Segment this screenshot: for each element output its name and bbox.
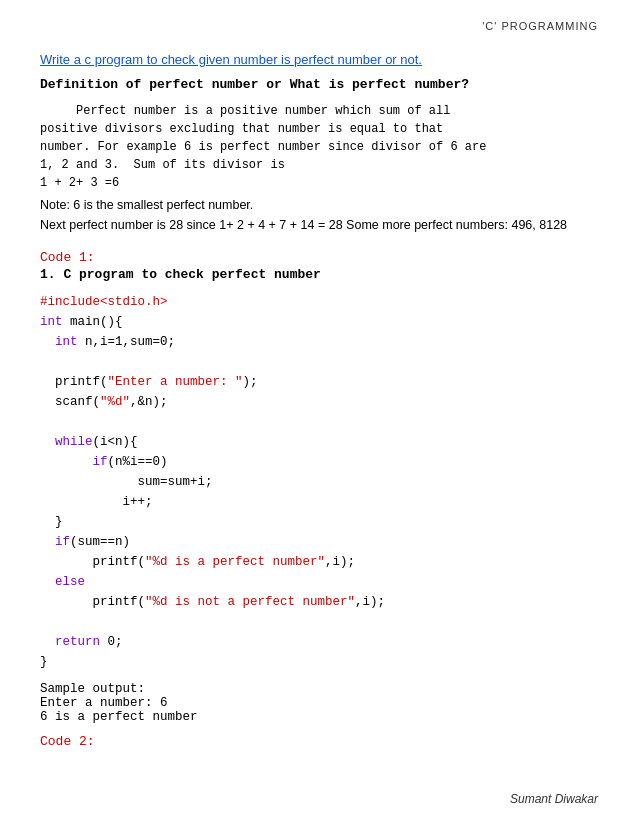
- keyword-if1: if: [93, 455, 108, 469]
- code1-heading-bold: C program to check perfect number: [63, 267, 320, 282]
- code1-label: Code 1:: [40, 250, 598, 265]
- definition-heading: Definition of perfect number or What is …: [40, 77, 598, 92]
- header-title: 'C' PROGRAMMING: [482, 20, 598, 32]
- page-title-link[interactable]: Write a c program to check given number …: [40, 52, 598, 67]
- keyword-while: while: [55, 435, 93, 449]
- sample-output-label: Sample output:: [40, 682, 145, 696]
- string-not-perfect: "%d is not a perfect number": [145, 595, 355, 609]
- code1-heading: 1. C program to check perfect number: [40, 267, 598, 282]
- note2: Next perfect number is 28 since 1+ 2 + 4…: [40, 218, 598, 232]
- sample-output: Sample output: Enter a number: 6 6 is a …: [40, 682, 598, 724]
- include-line: #include<stdio.h>: [40, 295, 168, 309]
- string-fmt1: "%d": [100, 395, 130, 409]
- note1: Note: 6 is the smallest perfect number.: [40, 198, 598, 212]
- keyword-return: return: [55, 635, 100, 649]
- footer-author: Sumant Diwakar: [510, 792, 598, 806]
- keyword-int-main: int: [40, 315, 63, 329]
- string-perfect: "%d is a perfect number": [145, 555, 325, 569]
- page-header: 'C' PROGRAMMING: [40, 20, 598, 32]
- code2-label: Code 2:: [40, 734, 598, 749]
- code-block-1: #include<stdio.h> int main(){ int n,i=1,…: [40, 292, 598, 672]
- keyword-else: else: [55, 575, 85, 589]
- string-enter: "Enter a number: ": [108, 375, 243, 389]
- sample-output-line2: 6 is a perfect number: [40, 710, 198, 724]
- definition-body: Perfect number is a positive number whic…: [40, 102, 598, 192]
- sample-output-line1: Enter a number: 6: [40, 696, 168, 710]
- keyword-int-vars: int: [55, 335, 78, 349]
- keyword-if2: if: [55, 535, 70, 549]
